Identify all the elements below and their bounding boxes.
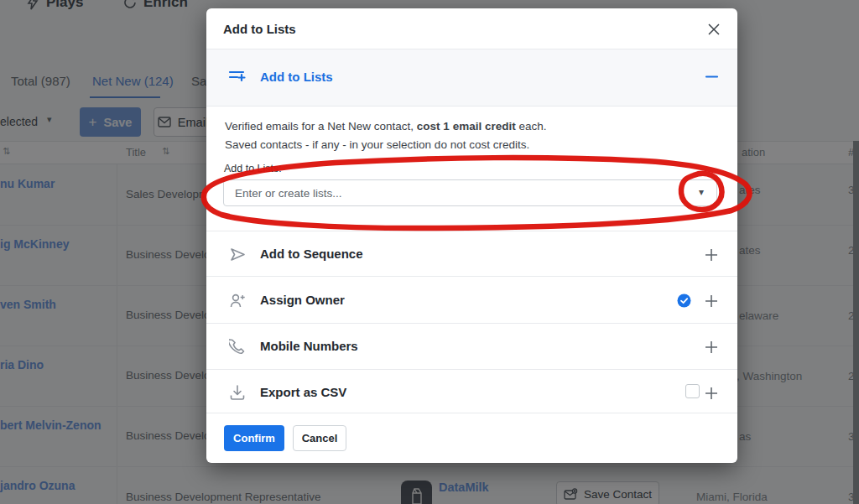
section-label: Assign Owner	[260, 293, 345, 307]
confirm-button[interactable]: Confirm	[224, 425, 284, 451]
list-plus-icon	[228, 69, 247, 86]
lists-input[interactable]	[223, 179, 717, 206]
screen: Plays Enrich Total (987) Net New (124) S…	[0, 0, 859, 504]
section-label: Export as CSV	[260, 385, 346, 399]
close-icon[interactable]	[707, 23, 721, 36]
add-to-lists-modal: Add to Lists Add to Lists Verified email…	[206, 8, 737, 463]
lists-input-label: Add to Lists:	[224, 163, 282, 174]
section-export-csv[interactable]: Export as CSV	[206, 370, 737, 413]
expand-plus-icon[interactable]	[704, 386, 719, 401]
section-add-to-lists[interactable]: Add to Lists	[206, 49, 737, 107]
export-csv-checkbox[interactable]	[685, 384, 700, 398]
sequence-send-icon	[229, 246, 247, 263]
modal-title: Add to Lists	[223, 22, 296, 36]
phone-icon	[229, 338, 246, 355]
person-plus-icon	[229, 292, 247, 309]
credits-note-line1: Verified emails for a Net New contact, c…	[225, 120, 546, 132]
section-add-to-sequence[interactable]: Add to Sequence	[206, 231, 737, 277]
section-label: Add to Sequence	[260, 247, 363, 261]
section-add-to-lists-label: Add to Lists	[260, 70, 333, 84]
expand-plus-icon[interactable]	[704, 247, 719, 262]
credits-note-bold: cost 1 email credit	[417, 120, 516, 132]
modal-header: Add to Lists	[206, 8, 737, 49]
section-mobile-numbers[interactable]: Mobile Numbers	[206, 324, 737, 370]
download-icon	[229, 384, 246, 401]
modal-footer: Confirm Cancel	[206, 413, 737, 463]
section-label: Mobile Numbers	[260, 339, 358, 353]
expand-plus-icon[interactable]	[704, 340, 719, 355]
cancel-button[interactable]: Cancel	[293, 425, 346, 451]
section-assign-owner[interactable]: Assign Owner	[206, 278, 737, 324]
collapse-icon[interactable]	[705, 70, 719, 84]
expand-plus-icon[interactable]	[704, 294, 719, 309]
owner-check-badge-icon	[677, 294, 691, 308]
credits-note-line2: Saved contacts - if any - in your select…	[225, 138, 529, 151]
